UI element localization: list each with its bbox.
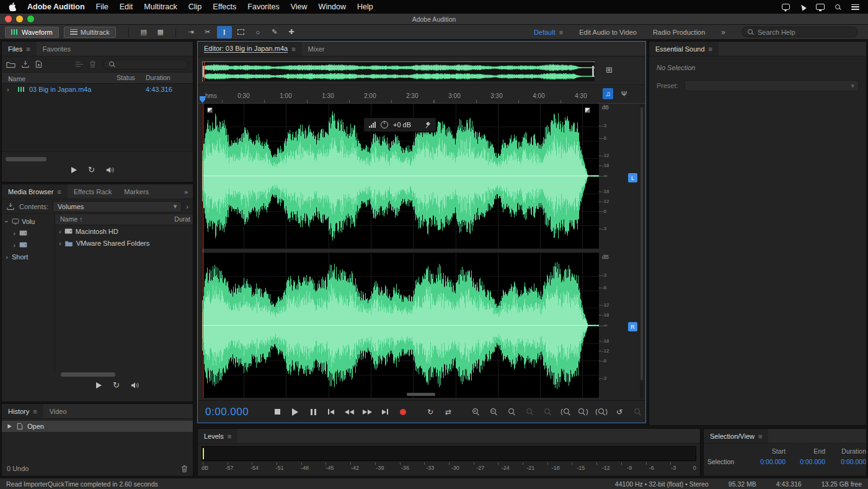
zoom-out-time-button[interactable] [521, 406, 538, 418]
files-play-icon[interactable] [71, 167, 77, 173]
playhead-line[interactable] [203, 104, 203, 398]
tab-effects-rack[interactable]: Effects Rack [68, 184, 118, 199]
tree-item-volumes[interactable]: › Volu [2, 215, 55, 227]
files-search-field[interactable] [103, 60, 188, 70]
pause-button[interactable] [305, 406, 321, 418]
contents-dropdown[interactable]: Volumes ▾ [53, 201, 182, 212]
waveform-display[interactable]: +0 dB [202, 104, 599, 398]
record-button[interactable] [395, 406, 411, 418]
column-status[interactable]: Status [117, 74, 135, 81]
zoom-in-time-button[interactable] [503, 406, 520, 418]
tree-collapsed-icon[interactable]: › [59, 228, 61, 235]
tab-editor[interactable]: Editor: 03 Big in Japan.m4a ≡ [198, 42, 302, 56]
zoom-in-button[interactable]: + [467, 406, 484, 418]
time-selection-tool-icon[interactable]: I [217, 26, 232, 38]
media-hscrollbar[interactable] [61, 372, 115, 377]
zoom-options-icon[interactable]: ⊞ [606, 66, 613, 74]
column-duration[interactable]: Duration [146, 74, 170, 81]
stop-button[interactable] [269, 406, 285, 418]
tab-essential-sound[interactable]: Essential Sound ≡ [649, 42, 719, 56]
volume-hud[interactable]: +0 dB [363, 117, 436, 132]
files-hscrollbar[interactable] [6, 157, 46, 161]
import-file-icon[interactable] [21, 60, 30, 68]
window-titlebar[interactable]: Adobe Audition [0, 14, 868, 25]
delete-file-icon[interactable] [89, 60, 96, 68]
marquee-selection-tool-icon[interactable] [234, 26, 249, 38]
tree-item-shortcuts[interactable]: › Short [2, 251, 55, 262]
reset-zoom-button[interactable]: ↺ [611, 406, 627, 418]
zoom-scrollbar[interactable] [407, 393, 435, 396]
workspace-edit-audio-to-video[interactable]: Edit Audio to Video [579, 29, 637, 36]
menu-favorites[interactable]: Favorites [247, 2, 279, 11]
media-play-icon[interactable] [96, 382, 102, 388]
media-import-icon[interactable] [6, 202, 15, 210]
paintbrush-selection-tool-icon[interactable]: ✎ [267, 26, 282, 38]
overview-waveform-canvas[interactable] [203, 63, 595, 81]
playhead-caret[interactable] [200, 96, 205, 103]
lasso-selection-tool-icon[interactable]: ○ [250, 26, 265, 38]
media-autoplay-speaker-icon[interactable] [131, 382, 140, 389]
clear-history-trash-icon[interactable] [181, 465, 188, 473]
overview-playhead[interactable] [204, 62, 205, 81]
panel-menu-icon[interactable]: ≡ [26, 45, 30, 53]
zoom-to-selection-button[interactable]: () [593, 406, 609, 418]
panel-menu-icon[interactable]: ≡ [291, 45, 295, 53]
spot-healing-brush-tool-icon[interactable]: ✚ [284, 26, 299, 38]
zoom-to-selection-out-point-button[interactable]: ) [575, 406, 591, 418]
files-autoplay-speaker-icon[interactable] [106, 166, 115, 174]
overview-navigator[interactable] [202, 61, 595, 81]
list-item-vmware-shared-folders[interactable]: › VMware Shared Folders [55, 237, 193, 249]
fast-forward-button[interactable] [359, 406, 375, 418]
preset-dropdown[interactable]: ▾ [684, 80, 859, 91]
spectral-view-icon[interactable]: ▦ [153, 26, 168, 38]
media-loop-icon[interactable]: ↻ [113, 381, 120, 389]
cursor-icon[interactable] [799, 3, 807, 11]
tab-media-browser[interactable]: Media Browser ≡ [2, 184, 68, 199]
tabs-overflow-icon[interactable]: » [179, 184, 193, 199]
level-meter[interactable] [202, 446, 696, 461]
volume-knob-icon[interactable] [381, 121, 388, 128]
zoom-window-button[interactable] [27, 16, 34, 22]
notification-icon[interactable] [782, 4, 790, 10]
skip-selection-button[interactable]: ⇄ [440, 406, 456, 418]
move-tool-icon[interactable]: ⇥ [184, 26, 198, 38]
minimize-window-button[interactable] [16, 16, 23, 22]
vertical-scrollbar[interactable] [640, 104, 644, 398]
panel-menu-icon[interactable]: ≡ [33, 408, 37, 415]
contents-forward-icon[interactable]: › [186, 203, 188, 210]
tab-levels[interactable]: Levels ≡ [198, 429, 237, 443]
fade-in-handle[interactable] [207, 107, 213, 113]
waveform-view-icon[interactable]: ▤ [136, 26, 151, 38]
selection-start-value[interactable]: 0:00.000 [743, 458, 786, 465]
menu-clip[interactable]: Clip [188, 2, 202, 11]
tab-mixer[interactable]: Mixer [302, 42, 331, 56]
tree-expanded-icon[interactable]: › [3, 219, 11, 224]
list-item-macintosh-hd[interactable]: › Macintosh HD [55, 225, 193, 237]
multitrack-mode-button[interactable]: Multitrack [64, 27, 116, 38]
tree-item-drive-2[interactable]: › [2, 239, 55, 251]
waveform-canvas-right[interactable] [202, 253, 599, 398]
new-file-icon[interactable] [35, 60, 42, 68]
zoom-to-selection-in-point-button[interactable]: ( [557, 406, 574, 418]
pin-icon[interactable] [425, 122, 431, 128]
workspace-menu-icon[interactable]: ≡ [559, 29, 563, 36]
channel-left-badge[interactable]: L [628, 173, 637, 182]
file-row[interactable]: › 03 Big in Japan.m4a 4:43.316 [2, 84, 193, 95]
skip-to-start-button[interactable] [323, 406, 339, 418]
workspace-default[interactable]: Default ≡ [534, 29, 563, 36]
menu-help[interactable]: Help [357, 2, 373, 11]
tree-collapsed-icon[interactable]: › [12, 241, 17, 249]
tab-markers[interactable]: Markers [118, 184, 155, 199]
waveform-mode-button[interactable]: Waveform [5, 27, 59, 38]
skip-to-end-button[interactable] [377, 406, 393, 418]
menu-multitrack[interactable]: Multitrack [144, 2, 177, 11]
panel-menu-icon[interactable]: ≡ [709, 45, 712, 53]
zoom-out-button[interactable]: − [485, 406, 502, 418]
pitch-display-icon[interactable]: Ψ [619, 88, 629, 99]
tab-favorites[interactable]: Favorites [37, 42, 77, 56]
tree-item-drive-1[interactable]: › [2, 227, 55, 239]
channel-right-badge[interactable]: R [628, 322, 637, 331]
rewind-button[interactable] [341, 406, 357, 418]
menu-edit[interactable]: Edit [120, 2, 133, 11]
menu-window[interactable]: Window [319, 2, 346, 11]
